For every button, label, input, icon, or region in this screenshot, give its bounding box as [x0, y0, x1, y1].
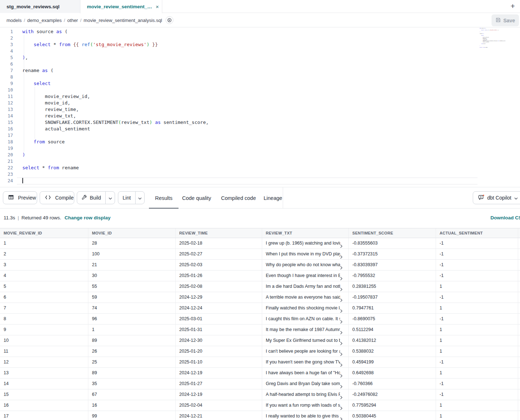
line-number: 24	[0, 178, 13, 184]
code-lines[interactable]: with source as ( select * from {{ ref('s…	[22, 28, 477, 184]
review-text: When I put this movie in my DVD playe…	[266, 249, 340, 259]
table-cell: 16	[88, 400, 176, 411]
table-cell: 0.5112294	[349, 325, 436, 335]
tab-lineage[interactable]: Lineage	[257, 187, 288, 209]
table-cell: I caught this film on AZN on cable. It s…	[262, 314, 349, 324]
expand-row-icon[interactable]	[340, 317, 343, 324]
expand-row-icon[interactable]	[340, 393, 343, 400]
tab-results[interactable]: Results	[149, 187, 179, 209]
lint-label: Lint	[123, 195, 131, 201]
table-cell: 12	[0, 357, 88, 367]
tab-compiled-code[interactable]: Compiled code	[215, 187, 262, 209]
table-row: 4302025-01-26Even though I have great in…	[0, 271, 520, 281]
breadcrumb-demo-examples[interactable]: demo_examples	[27, 18, 62, 23]
table-row: 1282025-02-18I grew up (b. 1965) watchin…	[0, 238, 520, 249]
expand-row-icon[interactable]	[340, 350, 343, 357]
table-cell: 6	[0, 292, 88, 303]
line-number: 9	[0, 80, 13, 87]
expand-row-icon[interactable]	[340, 253, 343, 259]
review-text: Greg Davis and Bryan Daly take some …	[266, 379, 340, 389]
table-cell: A terrible movie as everyone has said. …	[262, 292, 349, 303]
tab-movie-review-sentiment[interactable]: movie_review_sentiment_… ×	[80, 0, 162, 13]
table-cell: -1	[436, 238, 518, 249]
expand-row-icon[interactable]	[340, 339, 343, 346]
save-label: Save	[503, 18, 515, 23]
table-cell: 0.77595294	[349, 400, 436, 411]
code-line: SNOWFLAKE.CORTEX.SENTIMENT(review_txt) a…	[22, 119, 477, 126]
table-cell: 1	[436, 335, 518, 346]
download-csv-link[interactable]: Download CSV	[490, 215, 520, 220]
table-cell: 100	[88, 249, 176, 259]
preview-button[interactable]: Preview	[3, 191, 37, 204]
expand-row-icon[interactable]	[340, 285, 343, 292]
table-cell: 0.4594199	[349, 357, 436, 367]
table-row: 8962025-03-01I caught this film on AZN o…	[0, 314, 520, 325]
line-number: 6	[0, 61, 13, 67]
table-cell: 1	[0, 238, 88, 249]
expand-row-icon[interactable]	[340, 274, 343, 281]
close-icon[interactable]: ×	[156, 4, 159, 10]
tab-stg-movie-reviews[interactable]: stg_movie_reviews.sql	[0, 0, 80, 13]
table-cell: 1	[436, 325, 518, 335]
expand-row-icon[interactable]	[340, 404, 343, 411]
code-editor[interactable]: 123456789101112131415161718192021222324 …	[0, 27, 520, 187]
save-icon	[495, 17, 501, 24]
review-text: I have always been a huge fan of "Hom…	[266, 368, 340, 378]
expand-row-icon[interactable]	[340, 328, 343, 335]
breadcrumb-separator: /	[24, 18, 25, 23]
expand-row-icon[interactable]	[340, 371, 343, 378]
chevron-down-icon	[138, 195, 142, 201]
expand-row-icon[interactable]	[340, 296, 343, 303]
line-number: 1	[0, 28, 13, 35]
table-cell: 59	[88, 292, 176, 303]
table-cell: Why do people who do not know what…	[262, 260, 349, 270]
minimap[interactable]: with source as ( select * from {{ ref('s…	[480, 28, 508, 50]
change-row-display-link[interactable]: Change row display	[65, 215, 111, 220]
table-cell: 0.41382012	[349, 335, 436, 346]
table-cell: 26	[88, 346, 176, 357]
table-cell: -0.83555603	[349, 238, 436, 249]
breadcrumb-other[interactable]: other	[67, 18, 78, 23]
table-row: 11262025-01-20I can't believe people are…	[0, 346, 520, 357]
table-row: 12252025-01-10If you haven't seen the go…	[0, 357, 520, 368]
line-number: 8	[0, 74, 13, 80]
review-text: It may be the remake of 1987 Autumn'…	[266, 325, 340, 335]
column-header-movie_review_id: MOVIE_REVIEW_ID	[0, 228, 88, 238]
minimap-code: with source as ( select * from {{ ref('s…	[480, 28, 508, 49]
build-dropdown-button[interactable]	[105, 192, 115, 204]
table-cell: 2025-03-01	[176, 314, 262, 324]
dbt-copilot-button[interactable]: dbt Copilot	[473, 191, 520, 204]
table-row: 7742024-12-24Finally watched this shocki…	[0, 303, 520, 314]
tab-code-quality[interactable]: Code quality	[176, 187, 217, 209]
preview-table-icon	[8, 195, 14, 201]
table-cell: 10	[0, 335, 88, 346]
table-cell: If you haven't seen the gong show TV s…	[262, 357, 349, 367]
breadcrumb-separator: /	[80, 18, 81, 23]
expand-row-icon[interactable]	[340, 263, 343, 270]
table-cell: If you want a fun romp with loads of s…	[262, 400, 349, 411]
wrench-icon	[81, 195, 87, 201]
save-button[interactable]: Save	[492, 14, 519, 26]
table-cell: -1	[436, 249, 518, 259]
table-cell: 25	[88, 357, 176, 367]
new-tab-button[interactable]: +	[508, 1, 518, 12]
line-number: 13	[0, 106, 13, 113]
code-line: review_txt,	[22, 113, 477, 119]
expand-row-icon[interactable]	[340, 242, 343, 249]
lint-button[interactable]: Lint	[118, 192, 135, 204]
build-button[interactable]: Build	[77, 192, 105, 204]
expand-row-icon[interactable]	[340, 361, 343, 367]
expand-row-icon[interactable]	[340, 307, 343, 313]
table-cell: 30	[88, 271, 176, 281]
breadcrumb-models[interactable]: models	[6, 18, 22, 23]
query-status-text: 11.3s|Returned 49 rows.	[4, 215, 61, 220]
compile-button[interactable]: Compile	[40, 191, 74, 204]
lint-dropdown-button[interactable]	[135, 192, 144, 204]
table-cell: 0.50380445	[349, 411, 436, 420]
table-cell: 0.7947761	[349, 303, 436, 313]
line-number: 7	[0, 67, 13, 74]
expand-row-icon[interactable]	[340, 382, 343, 389]
table-cell: 28	[88, 238, 176, 249]
expand-row-icon[interactable]	[340, 415, 343, 420]
results-grid: MOVIE_REVIEW_IDMOVIE_IDREVIEW_TIMEREVIEW…	[0, 228, 520, 420]
